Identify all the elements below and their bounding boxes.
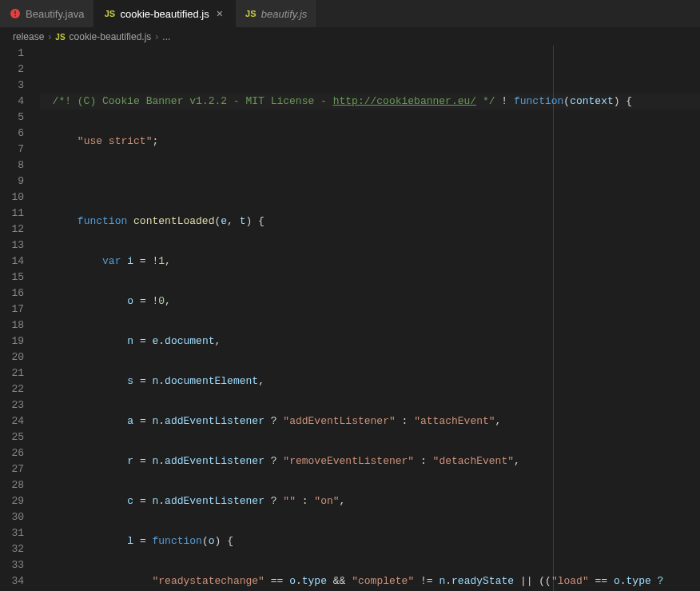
line-number: 33 [0,557,40,573]
error-icon [10,8,21,19]
breadcrumb-item[interactable]: cookie-beautified.js [70,31,152,42]
tab-cookie-beautified[interactable]: JS cookie-beautified.js × [94,0,235,27]
line-number: 4 [0,94,40,110]
line-number: 8 [0,158,40,174]
line-number: 26 [0,445,40,461]
code-line[interactable]: a = n.addEventListener ? "addEventListen… [40,413,700,429]
line-number: 3 [0,78,40,94]
tab-beautify-java[interactable]: Beautify.java [0,0,94,27]
chevron-right-icon: › [48,31,51,42]
chevron-right-icon: › [155,31,158,42]
editor-tabs: Beautify.java JS cookie-beautified.js × … [0,0,700,28]
tab-label: Beautify.java [26,8,84,20]
line-number: 27 [0,461,40,477]
js-icon: JS [104,8,115,19]
breadcrumb[interactable]: release › JS cookie-beautified.js › ... [0,28,700,46]
code-line[interactable]: o = !0, [40,294,700,309]
tab-label: cookie-beautified.js [120,8,209,20]
code-line[interactable]: n = e.document, [40,333,700,349]
code-line[interactable]: c = n.addEventListener ? "" : "on", [40,493,700,509]
line-number: 7 [0,142,40,158]
line-number: 11 [0,206,40,222]
code-editor[interactable]: 1 2 3 4 5 6 7 8 9 10 11 12 13 14 15 16 1… [0,46,700,591]
breadcrumb-item[interactable]: release [13,31,44,42]
line-number: 18 [0,317,40,333]
line-number: 1 [0,46,40,62]
svg-rect-1 [14,11,15,14]
line-number: 32 [0,541,40,557]
svg-rect-2 [14,15,15,16]
line-number: 21 [0,365,40,381]
line-number: 13 [0,238,40,254]
tab-beautify-js[interactable]: JS beautify.js [236,0,318,27]
code-line[interactable] [40,174,700,190]
code-content[interactable]: /*! (C) Cookie Banner v1.2.2 - MIT Licen… [40,46,700,591]
js-icon: JS [55,33,65,42]
code-line[interactable]: /*! (C) Cookie Banner v1.2.2 - MIT Licen… [40,94,700,110]
line-number: 30 [0,509,40,525]
line-number-gutter: 1 2 3 4 5 6 7 8 9 10 11 12 13 14 15 16 1… [0,46,40,591]
line-number: 31 [0,525,40,541]
line-number: 19 [0,333,40,349]
close-icon[interactable]: × [214,8,225,19]
line-number: 10 [0,190,40,206]
code-line[interactable]: r = n.addEventListener ? "removeEventLis… [40,453,700,469]
code-line[interactable]: "use strict"; [40,134,700,150]
line-number: 15 [0,270,40,286]
line-number: 28 [0,477,40,493]
line-number: 25 [0,429,40,445]
line-number: 16 [0,286,40,301]
line-number: 14 [0,254,40,270]
line-number: 2 [0,62,40,78]
line-number: 23 [0,397,40,413]
line-number: 29 [0,493,40,509]
line-number: 9 [0,174,40,190]
code-line[interactable]: function contentLoaded(e, t) { [40,214,700,230]
line-number: 17 [0,301,40,317]
tab-label: beautify.js [261,8,308,20]
code-line[interactable]: "readystatechange" == o.type && "complet… [40,573,700,589]
code-line[interactable]: var i = !1, [40,254,700,270]
line-number: 34 [0,573,40,589]
code-line[interactable]: l = function(o) { [40,533,700,549]
line-number: 6 [0,126,40,142]
line-number: 22 [0,381,40,397]
line-number: 20 [0,349,40,365]
code-line[interactable]: s = n.documentElement, [40,373,700,389]
line-number: 12 [0,222,40,238]
line-number: 24 [0,413,40,429]
line-number: 5 [0,110,40,126]
breadcrumb-item[interactable]: ... [162,31,170,42]
js-icon: JS [245,8,257,19]
